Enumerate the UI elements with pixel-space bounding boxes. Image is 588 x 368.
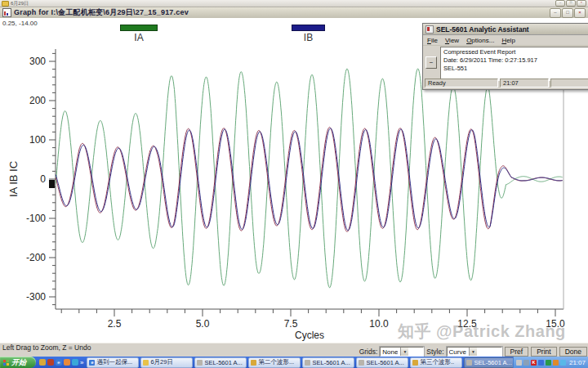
tray-volume-icon[interactable] xyxy=(523,360,529,366)
taskbar-button-2[interactable]: 6月29日 xyxy=(140,357,193,368)
legend-label-ib: IB xyxy=(292,32,325,43)
taskbar-button-label: SEL-5601 A... xyxy=(366,359,403,366)
done-button[interactable]: Done xyxy=(559,347,587,357)
start-label: 开始 xyxy=(11,357,26,368)
event-report-line: SEL-551 xyxy=(443,65,588,73)
maximize-icon[interactable]: □ xyxy=(566,0,576,7)
tray-update-icon[interactable] xyxy=(560,360,566,366)
cursor-marker xyxy=(49,180,55,188)
tray-app3-icon[interactable] xyxy=(553,360,559,366)
minimize-icon[interactable]: – xyxy=(555,0,565,7)
y-tick-label: -300 xyxy=(26,291,46,303)
event-report-line: Date: 6/29/2011 Time: 0:27:15.917 xyxy=(443,56,588,65)
y-tick-label: -200 xyxy=(26,252,46,263)
grids-dropdown[interactable]: None ▼ xyxy=(380,347,424,357)
taskbar-button-label: 遇到一起保... xyxy=(96,358,132,366)
dialog-titlebar[interactable]: SEL-5601 Analytic Assistant xyxy=(423,24,588,35)
style-dropdown[interactable]: Curve ▼ xyxy=(447,347,502,357)
taskbar-button-5[interactable]: SEL-5601 A... xyxy=(302,357,354,368)
dialog-body: − Compressed Event ReportDate: 6/29/2011… xyxy=(425,47,588,81)
taskbar-button-7[interactable]: 第三个波形.. xyxy=(410,357,462,368)
legend-label-ia: IA xyxy=(120,32,158,43)
taskbar-button-label: 第二个波形... xyxy=(258,358,294,366)
zoom-hint: Left Drag to Zoom, Z = Undo xyxy=(2,343,91,352)
grids-label: Grids: xyxy=(359,348,378,356)
pref-button[interactable]: Pref xyxy=(505,347,529,357)
taskbar-button-label: SEL-5601 A... xyxy=(312,359,350,366)
wave-icon xyxy=(251,360,256,366)
background-window-titlebar[interactable]: 6月29日 – □ × xyxy=(0,0,588,7)
y-tick-label: 0 xyxy=(40,173,46,185)
taskbar-button-label: 第三个波形.. xyxy=(420,358,454,366)
waveform-ia xyxy=(56,69,562,288)
close-icon[interactable]: × xyxy=(577,0,586,7)
chevron-down-icon[interactable]: ▼ xyxy=(400,348,408,356)
taskbar-button-1[interactable]: e遇到一起保... xyxy=(87,357,139,368)
x-axis-title: Cycles xyxy=(295,330,324,341)
graph-canvas[interactable]: 3002001000-100-200-3002.55.07.510.012.51… xyxy=(0,18,588,343)
dialog-status-time: 21:07 xyxy=(500,79,549,88)
style-label: Style: xyxy=(426,348,443,356)
chevron-down-icon[interactable]: ▼ xyxy=(469,348,477,356)
sel-icon xyxy=(359,360,364,366)
quick-launch-overflow-chevron[interactable]: » xyxy=(80,359,83,366)
taskbar-clock: 21:07 xyxy=(569,359,586,366)
tray-app2-icon[interactable] xyxy=(546,360,551,366)
taskbar-button-label: 6月29日 xyxy=(150,358,173,366)
legend-entry-ib: IB xyxy=(292,25,325,43)
ie-icon: e xyxy=(89,360,95,366)
collapse-button[interactable]: − xyxy=(425,56,437,69)
y-axis-title: IA IB IC xyxy=(7,161,20,197)
print-button[interactable]: Print xyxy=(531,347,556,357)
graph-window-icon xyxy=(2,8,11,17)
menu-item-help[interactable]: Help xyxy=(501,37,514,44)
dialog-statusbar: Ready 21:07 xyxy=(425,79,588,88)
menu-item-options[interactable]: Options... xyxy=(466,37,494,44)
tray-k-icon[interactable]: K xyxy=(531,360,537,366)
start-button[interactable]: 开始 xyxy=(0,357,36,368)
taskbar-button-label: SEL-5601 A... xyxy=(474,359,511,366)
x-tick-label: 5.0 xyxy=(196,318,210,330)
cursor-readout: 0.25, -14.00 xyxy=(2,20,38,27)
tray-app1-icon[interactable] xyxy=(538,360,544,366)
background-window-title: 6月29日 xyxy=(11,1,29,6)
y-tick-label: -100 xyxy=(26,213,46,224)
taskbar-button-label: SEL-5601 A... xyxy=(204,359,242,366)
dialog-title: SEL-5601 Analytic Assistant xyxy=(436,25,529,34)
close-icon[interactable]: × xyxy=(574,8,586,18)
taskbar-button-6[interactable]: SEL-5601 A... xyxy=(356,357,408,368)
x-tick-label: 2.5 xyxy=(108,318,122,330)
waveform-ib xyxy=(56,128,562,231)
event-report-box[interactable]: Compressed Event ReportDate: 6/29/2011 T… xyxy=(440,47,588,81)
dialog-status-blank xyxy=(550,79,588,88)
taskbar-button-4[interactable]: 第二个波形... xyxy=(248,357,301,368)
quick-launch-icon-3[interactable]: e xyxy=(56,359,62,366)
quick-launch-icon-5[interactable] xyxy=(72,359,78,366)
x-tick-label: 7.5 xyxy=(284,318,298,330)
menu-item-view[interactable]: View xyxy=(445,37,459,44)
screen: { "background_window": { "title": "6月29日… xyxy=(0,0,588,368)
sel-icon xyxy=(466,360,472,366)
event-report-line: Compressed Event Report xyxy=(443,48,588,56)
tray-printer-icon[interactable] xyxy=(516,360,522,366)
system-tray: K21:07 xyxy=(513,357,588,368)
wave-icon xyxy=(412,360,418,366)
legend-entry-ia: IA xyxy=(120,25,158,43)
quick-launch-icon-2[interactable] xyxy=(47,359,54,366)
minimize-icon[interactable]: – xyxy=(550,8,561,18)
y-tick-label: 100 xyxy=(29,134,46,146)
maximize-icon[interactable]: □ xyxy=(562,8,573,18)
taskbar: 开始 e» e遇到一起保...6月29日SEL-5601 A...第二个波形..… xyxy=(0,357,588,368)
graph-window-titlebar[interactable]: Graph for I:\金工配机柜变\6月29日\27_15_917.cev … xyxy=(0,7,588,19)
taskbar-button-3[interactable]: SEL-5601 A... xyxy=(194,357,247,368)
quick-launch-icon-4[interactable] xyxy=(64,359,70,366)
taskbar-button-8[interactable]: SEL-5601 A... xyxy=(464,357,513,368)
y-tick-label: 300 xyxy=(29,56,46,67)
graph-bottom-bar: Left Drag to Zoom, Z = Undo Grids: None … xyxy=(0,343,588,357)
sel-app-icon xyxy=(425,25,434,34)
sel-5601-dialog[interactable]: SEL-5601 Analytic Assistant FileViewOpti… xyxy=(422,23,588,90)
quick-launch-icon-1[interactable] xyxy=(39,359,46,366)
windows-flag-icon xyxy=(3,360,9,366)
sel-icon xyxy=(197,360,203,366)
menu-item-file[interactable]: File xyxy=(427,37,438,44)
